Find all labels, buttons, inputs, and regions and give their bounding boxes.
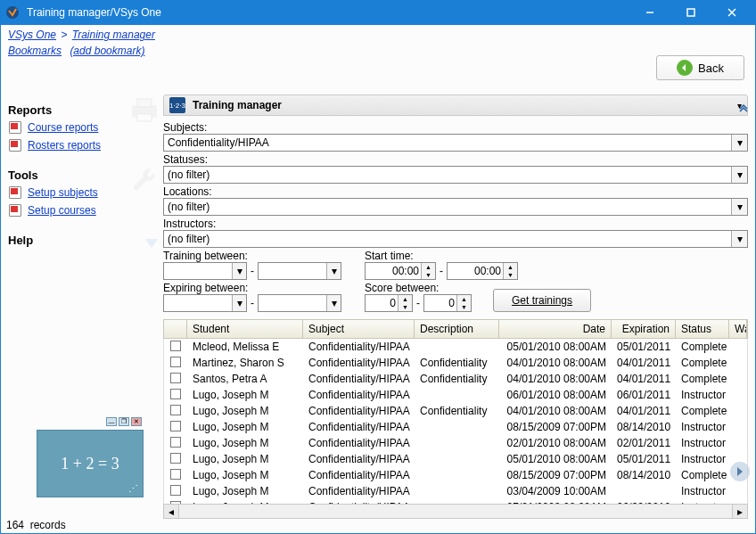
spin-down-icon[interactable]: ▼: [399, 303, 412, 311]
close-button[interactable]: [711, 0, 752, 25]
row-checkbox[interactable]: [164, 421, 187, 434]
panel-title: Training manager: [193, 99, 282, 111]
report-icon: [8, 120, 22, 135]
cell-student: Lugo, Joseph M: [187, 389, 303, 401]
spin-up-icon[interactable]: ▲: [457, 295, 471, 303]
row-checkbox[interactable]: [164, 405, 187, 418]
table-row[interactable]: Lugo, Joseph MConfidentiality/HIPAAConfi…: [164, 403, 747, 419]
cell-status: Complete: [676, 357, 729, 369]
row-checkbox[interactable]: [164, 469, 187, 482]
dash: -: [415, 297, 422, 309]
row-checkbox[interactable]: [164, 437, 187, 450]
row-checkbox[interactable]: [164, 373, 187, 386]
sidebar-item-label: Setup courses: [28, 204, 96, 217]
subjects-combo[interactable]: Confidentiality/HIPAA▾: [163, 134, 748, 152]
cell-expiration: 04/01/2011: [612, 373, 676, 385]
score-from[interactable]: 0▲▼: [365, 294, 413, 312]
locations-combo[interactable]: (no filter)▾: [163, 198, 748, 216]
cell-date: 08/15/2009 07:00PM: [499, 469, 612, 481]
table-row[interactable]: Lugo, Joseph MConfidentiality/HIPAA02/01…: [164, 435, 747, 451]
table-row[interactable]: Lugo, Joseph MConfidentiality/HIPAA08/15…: [164, 419, 747, 435]
horizontal-scrollbar[interactable]: ◂ ▸: [163, 504, 748, 519]
widget-close-icon[interactable]: ✕: [131, 417, 142, 426]
cell-status: Instructor: [676, 437, 729, 449]
widget-min-icon[interactable]: —: [106, 417, 117, 426]
scroll-left-icon[interactable]: ◂: [164, 505, 179, 518]
sidebar-item-setup-courses[interactable]: Setup courses: [8, 203, 156, 218]
col-checkbox[interactable]: [164, 320, 187, 338]
cell-subject: Confidentiality/HIPAA: [303, 405, 415, 417]
resize-grip-icon[interactable]: ⋰: [128, 483, 139, 495]
table-row[interactable]: Lugo, Joseph MConfidentiality/HIPAA06/01…: [164, 387, 747, 403]
table-row[interactable]: Martinez, Sharon SConfidentiality/HIPAAC…: [164, 355, 747, 371]
record-count: 164: [6, 519, 24, 531]
row-checkbox[interactable]: [164, 341, 187, 354]
training-to-date[interactable]: ▾: [258, 262, 341, 280]
col-expiration[interactable]: Expiration: [612, 320, 676, 338]
start-time-to[interactable]: 00:00▲▼: [447, 262, 518, 280]
table-row[interactable]: Mcleod, Melissa EConfidentiality/HIPAA05…: [164, 339, 747, 355]
spin-up-icon[interactable]: ▲: [399, 295, 412, 303]
statusbar: 164 records: [6, 519, 66, 533]
col-description[interactable]: Description: [415, 320, 499, 338]
math-widget: — ❐ ✕ 1 + 2 = 3 ⋰: [37, 417, 144, 497]
back-button[interactable]: Back: [656, 55, 744, 80]
breadcrumb-root[interactable]: VSys One: [8, 29, 56, 41]
cell-subject: Confidentiality/HIPAA: [303, 453, 415, 465]
row-checkbox[interactable]: [164, 357, 187, 370]
sidebar-item-rosters-reports[interactable]: Rosters reports: [8, 138, 156, 152]
training-grid: Student Subject Description Date Expirat…: [163, 319, 748, 519]
expiring-between-label: Expiring between:: [163, 282, 341, 294]
table-row[interactable]: Lugo, Joseph MConfidentiality/HIPAA03/04…: [164, 483, 747, 499]
breadcrumb-current[interactable]: Training manager: [72, 29, 155, 41]
col-status[interactable]: Status: [676, 320, 729, 338]
math-equation: 1 + 2 = 3 ⋰: [37, 430, 144, 497]
spin-down-icon[interactable]: ▼: [457, 303, 471, 311]
bookmarks-link[interactable]: Bookmarks: [8, 45, 62, 57]
cell-student: Lugo, Joseph M: [187, 421, 303, 433]
spin-down-icon[interactable]: ▼: [504, 271, 517, 279]
table-row[interactable]: Santos, Petra AConfidentiality/HIPAAConf…: [164, 371, 747, 387]
cell-date: 06/01/2010 08:00AM: [499, 389, 612, 401]
minimize-button[interactable]: [629, 0, 670, 25]
add-bookmark-link[interactable]: (add bookmark): [70, 45, 144, 57]
row-checkbox[interactable]: [164, 389, 187, 402]
chevron-down-icon: ▾: [232, 295, 246, 311]
spin-down-icon[interactable]: ▼: [422, 271, 435, 279]
cell-status: Instructor: [676, 421, 729, 433]
col-wa[interactable]: Wa: [729, 320, 747, 338]
row-checkbox[interactable]: [164, 453, 187, 466]
table-row[interactable]: Lugo, Joseph MConfidentiality/HIPAA08/15…: [164, 467, 747, 483]
expiring-to-date[interactable]: ▾: [258, 294, 341, 312]
collapse-icon[interactable]: [735, 96, 752, 118]
instructors-combo[interactable]: (no filter)▾: [163, 230, 748, 248]
col-subject[interactable]: Subject: [303, 320, 415, 338]
window-title: Training manager/VSys One: [27, 6, 629, 19]
cell-date: 04/01/2010 08:00AM: [499, 357, 612, 369]
report-icon: [8, 138, 22, 152]
col-student[interactable]: Student: [187, 320, 303, 338]
col-date[interactable]: Date: [499, 320, 612, 338]
grid-header: Student Subject Description Date Expirat…: [163, 319, 748, 339]
table-row[interactable]: Lugo, Joseph MConfidentiality/HIPAA05/01…: [164, 451, 747, 467]
back-icon: [677, 60, 693, 76]
row-checkbox[interactable]: [164, 485, 187, 498]
next-page-icon[interactable]: [730, 462, 750, 481]
svg-point-0: [6, 6, 19, 19]
start-time-from[interactable]: 00:00▲▼: [365, 262, 436, 280]
training-from-date[interactable]: ▾: [163, 262, 247, 280]
training-between-label: Training between:: [163, 250, 341, 262]
scroll-right-icon[interactable]: ▸: [732, 505, 747, 518]
maximize-button[interactable]: [670, 0, 711, 25]
statuses-combo[interactable]: (no filter)▾: [163, 166, 748, 184]
get-trainings-button[interactable]: Get trainings: [493, 289, 591, 312]
start-time-label: Start time:: [365, 250, 518, 262]
spin-up-icon[interactable]: ▲: [422, 263, 435, 271]
spin-value: 0: [390, 297, 396, 309]
expiring-from-date[interactable]: ▾: [163, 294, 247, 312]
cell-subject: Confidentiality/HIPAA: [303, 373, 415, 385]
score-to[interactable]: 0▲▼: [423, 294, 472, 312]
spin-up-icon[interactable]: ▲: [504, 263, 517, 271]
cell-description: Confidentiality: [415, 373, 499, 385]
widget-max-icon[interactable]: ❐: [119, 417, 129, 426]
